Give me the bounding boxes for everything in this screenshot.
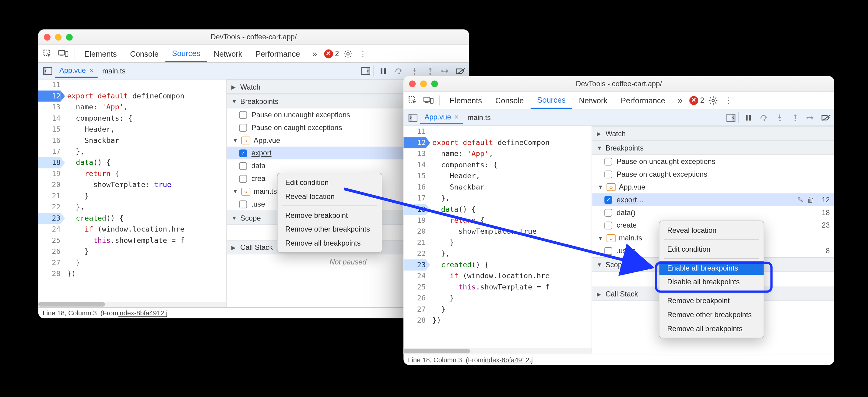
edit-icon[interactable]: ✎ [797,196,803,204]
code-line[interactable]: Header, [432,171,592,181]
step-over-icon[interactable] [759,112,770,123]
gutter-line[interactable]: 17 [403,193,426,204]
source-map-link[interactable]: index-8bfa4912.j [484,356,533,364]
error-badge[interactable]: ✕ 2 [324,49,339,58]
device-icon[interactable] [422,93,436,107]
gutter-line[interactable]: 20 [38,179,61,191]
step-icon[interactable] [440,65,451,76]
gutter-line[interactable]: 21 [403,237,426,248]
breakpoints-section[interactable]: ▼Breakpoints [592,140,834,155]
device-icon[interactable] [56,46,70,61]
code-line[interactable]: export default defineCompon [67,90,226,102]
gutter-line[interactable]: 24 [38,224,61,235]
watch-section[interactable]: ▶Watch [592,126,834,140]
traffic-zoom-icon[interactable] [66,33,73,40]
traffic-close-icon[interactable] [409,80,416,87]
gutter-line[interactable]: 15 [38,124,61,135]
horizontal-scrollbar[interactable] [403,348,592,354]
code-editor[interactable]: 111213141516171819202122232425262728 exp… [403,126,592,354]
pause-icon[interactable] [378,65,389,76]
menu-reveal-location[interactable]: Reveal location [659,223,764,237]
gutter-line[interactable]: 16 [403,181,426,193]
gutter-line[interactable]: 27 [403,304,426,315]
code-line[interactable]: components: { [67,113,226,124]
tab-sources[interactable]: Sources [165,45,207,62]
gutter-line[interactable]: 19 [403,215,426,226]
tab-performance[interactable]: Performance [249,45,307,62]
close-icon[interactable]: × [89,66,93,74]
gutter-line[interactable]: 20 [403,226,426,237]
menu-remove-other-breakpoints[interactable]: Remove other breakpoints [278,222,382,236]
code-line[interactable]: }, [67,146,226,157]
menu-reveal-location[interactable]: Reveal location [278,190,382,203]
code-line[interactable]: this.showTemplate = f [432,282,592,292]
code-line[interactable]: created() { [432,259,592,270]
tab-network[interactable]: Network [572,92,614,109]
code-line[interactable]: if (window.location.hre [432,271,592,282]
tab-sources[interactable]: Sources [530,92,572,109]
file-tab-main[interactable]: main.ts [463,111,495,124]
code-line[interactable]: this.showTemplate = f [67,235,226,246]
navigator-toggle-icon[interactable] [406,110,420,124]
step-icon[interactable] [805,112,816,123]
pause-icon[interactable] [743,112,754,123]
error-badge[interactable]: ✕ 2 [689,96,704,105]
breakpoint-item[interactable]: ✓export… ✎🗑 12 [592,193,834,206]
code-line[interactable]: }, [432,248,592,259]
code-line[interactable]: showTemplate: true [67,179,226,191]
code-line[interactable]: if (window.location.hre [67,224,226,235]
gutter-line[interactable]: 26 [38,246,61,257]
gutter-line[interactable]: 22 [403,248,426,259]
gutter-line[interactable]: 16 [38,135,61,146]
code-line[interactable] [432,126,592,137]
debugger-toggle-icon[interactable] [724,110,738,124]
gutter-line[interactable]: 14 [38,113,61,124]
tab-elements[interactable]: Elements [78,45,123,62]
gutter-line[interactable]: 21 [38,191,61,201]
code-line[interactable]: } [67,257,226,268]
menu-remove-all-breakpoints[interactable]: Remove all breakpoints [659,322,764,336]
code-line[interactable]: }) [432,315,592,326]
code-line[interactable]: } [432,304,592,315]
step-into-icon[interactable] [409,65,420,76]
gutter-line[interactable]: 11 [403,126,426,137]
pause-uncaught-checkbox[interactable]: Pause on uncaught exceptions [592,155,834,168]
gutter-line[interactable]: 22 [38,202,61,213]
settings-gear-icon[interactable] [343,49,355,58]
gutter-line[interactable]: 23 [403,259,426,270]
navigator-toggle-icon[interactable] [40,64,55,78]
code-line[interactable]: export default defineCompon [432,137,592,148]
code-line[interactable]: data() { [67,157,226,168]
code-line[interactable]: name: 'App', [432,148,592,159]
breakpoint-item[interactable]: data()18 [592,206,834,219]
code-line[interactable]: }) [67,268,226,279]
menu-remove-breakpoint[interactable]: Remove breakpoint [278,208,382,222]
tab-network[interactable]: Network [207,45,249,62]
traffic-minimize-icon[interactable] [55,33,62,40]
code-line[interactable]: Snackbar [432,181,592,193]
pause-caught-checkbox[interactable]: Pause on caught exceptions [592,168,834,181]
horizontal-scrollbar[interactable] [38,302,226,307]
gutter-line[interactable]: 13 [38,102,61,113]
menu-remove-all-breakpoints[interactable]: Remove all breakpoints [278,236,382,250]
debugger-toggle-icon[interactable] [359,64,373,78]
gutter-line[interactable]: 18 [403,204,426,215]
more-tabs-icon[interactable]: » [310,49,319,59]
code-line[interactable]: components: { [432,159,592,170]
source-map-link[interactable]: index-8bfa4912.j [118,309,167,317]
deactivate-breakpoints-icon[interactable] [821,112,832,123]
tab-performance[interactable]: Performance [614,92,672,109]
gutter-line[interactable]: 18 [38,157,61,168]
code-line[interactable]: data() { [432,204,592,215]
gutter-line[interactable]: 12 [38,90,61,102]
gutter-line[interactable]: 14 [403,159,426,170]
code-line[interactable]: }, [432,193,592,204]
gutter-line[interactable]: 25 [38,235,61,246]
gutter-line[interactable]: 28 [403,315,426,326]
tab-console[interactable]: Console [489,92,530,109]
code-line[interactable]: showTemplate: true [432,226,592,237]
gutter-line[interactable]: 27 [38,257,61,268]
traffic-zoom-icon[interactable] [431,80,438,87]
code-line[interactable]: }, [67,202,226,213]
file-tab-app[interactable]: App.vue × [55,64,98,78]
